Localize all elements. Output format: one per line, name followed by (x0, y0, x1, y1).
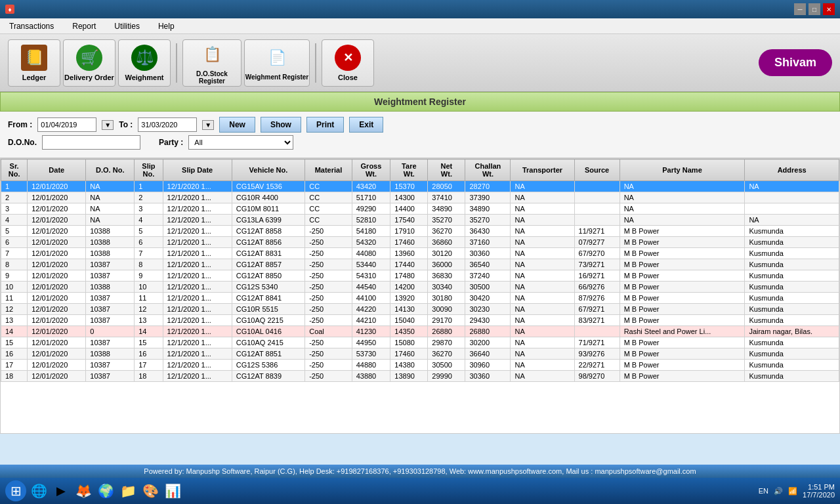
table-cell: CG12AT 8841 (232, 293, 304, 304)
party-select[interactable]: All (188, 135, 293, 150)
weighment-button[interactable]: ⚖️ Weighment (118, 39, 171, 87)
table-row[interactable]: 1012/01/2020103881012/1/2020 1...CG12S 5… (1, 282, 839, 293)
table-cell: 12/1/2020 1... (163, 270, 232, 282)
table-cell: 12/1/2020 1... (163, 282, 232, 293)
table-row[interactable]: 112/01/2020NA112/1/2020 1...CG15AV 1536C… (1, 181, 839, 192)
to-date-picker-button[interactable]: ▼ (202, 120, 214, 130)
table-cell: 10387 (86, 360, 135, 371)
data-table: Sr.No. Date D.O. No. SlipNo. Slip Date V… (1, 159, 839, 382)
table-cell: 5 (135, 226, 163, 237)
table-cell: 17460 (390, 348, 428, 360)
table-cell: CG10AQ 2215 (232, 315, 304, 326)
table-cell: NA (511, 215, 574, 226)
table-cell (574, 215, 620, 226)
table-row[interactable]: 1712/01/2020103871712/1/2020 1...CG12S 5… (1, 360, 839, 371)
table-cell: 12/01/2020 (28, 270, 86, 282)
table-cell: NA (86, 181, 135, 192)
table-cell: 37390 (465, 192, 511, 203)
table-row[interactable]: 1812/01/2020103871812/1/2020 1...CG12AT … (1, 371, 839, 382)
table-cell: 36270 (428, 348, 465, 360)
table-cell: 9 (135, 270, 163, 282)
table-row[interactable]: 1412/01/202001412/1/2020 1...CG10AL 0416… (1, 326, 839, 337)
maximize-button[interactable]: □ (808, 3, 820, 15)
table-cell: NA (620, 192, 745, 203)
close-toolbar-button[interactable]: ✕ Close (322, 39, 374, 87)
table-cell: 44100 (352, 293, 390, 304)
filter-row-1: From : ▼ To : ▼ New Show Print Exit (8, 117, 832, 133)
table-cell: 87/9276 (574, 293, 620, 304)
menu-utilities[interactable]: Utilities (110, 20, 144, 32)
table-cell: NA (620, 215, 745, 226)
new-button[interactable]: New (219, 117, 255, 133)
from-date-input[interactable] (37, 117, 96, 132)
table-cell: 13920 (390, 293, 428, 304)
table-cell: 22/9271 (574, 360, 620, 371)
table-cell: NA (86, 203, 135, 215)
table-row[interactable]: 312/01/2020NA312/1/2020 1...CG10M 8011CC… (1, 203, 839, 215)
menu-report[interactable]: Report (68, 20, 100, 32)
data-table-container: Sr.No. Date D.O. No. SlipNo. Slip Date V… (0, 158, 840, 434)
table-cell: -250 (305, 304, 352, 315)
table-cell: 30500 (428, 360, 465, 371)
table-row[interactable]: 412/01/2020NA412/1/2020 1...CG13LA 6399C… (1, 215, 839, 226)
table-cell: 12/1/2020 1... (163, 259, 232, 270)
table-cell: 12/1/2020 1... (163, 248, 232, 259)
table-cell: CG12AT 8831 (232, 248, 304, 259)
weighment-register-label: Weighment Register (245, 74, 309, 81)
exit-button[interactable]: Exit (349, 117, 383, 133)
menu-help[interactable]: Help (154, 20, 178, 32)
table-cell: -250 (305, 270, 352, 282)
table-cell: NA (511, 226, 574, 237)
col-sr: Sr.No. (1, 159, 28, 181)
table-cell: 36640 (465, 348, 511, 360)
do-stock-register-button[interactable]: 📋 D.O.Stock Register (182, 39, 242, 87)
table-cell: NA (511, 282, 574, 293)
table-cell: 18 (1, 371, 28, 382)
table-cell: 12/01/2020 (28, 215, 86, 226)
table-row[interactable]: 712/01/202010388712/1/2020 1...CG12AT 88… (1, 248, 839, 259)
table-row[interactable]: 1512/01/2020103871512/1/2020 1...CG10AQ … (1, 337, 839, 348)
table-cell: CC (305, 181, 352, 192)
table-row[interactable]: 512/01/202010388512/1/2020 1...CG12AT 88… (1, 226, 839, 237)
col-transporter: Transporter (511, 159, 574, 181)
do-no-input[interactable] (42, 135, 140, 150)
to-date-input[interactable] (138, 117, 197, 132)
from-date-picker-button[interactable]: ▼ (102, 120, 114, 130)
minimize-button[interactable]: ─ (794, 3, 806, 15)
table-cell: 36430 (465, 226, 511, 237)
table-cell: NA (86, 192, 135, 203)
table-cell: Kusmunda (745, 270, 839, 282)
ledger-icon: 📒 (21, 45, 47, 71)
table-cell: 12/01/2020 (28, 293, 86, 304)
table-cell: 10387 (86, 337, 135, 348)
table-cell: 12/01/2020 (28, 326, 86, 337)
table-cell: Kusmunda (745, 259, 839, 270)
print-button[interactable]: Print (306, 117, 344, 133)
table-row[interactable]: 812/01/202010387812/1/2020 1...CG12AT 88… (1, 259, 839, 270)
col-net: NetWt. (428, 159, 465, 181)
close-button[interactable]: ✕ (823, 3, 835, 15)
table-cell: 35270 (428, 215, 465, 226)
table-row[interactable]: 612/01/202010388612/1/2020 1...CG12AT 88… (1, 237, 839, 248)
table-row[interactable]: 1612/01/2020103881612/1/2020 1...CG12AT … (1, 348, 839, 360)
menu-transactions[interactable]: Transactions (5, 20, 58, 32)
table-row[interactable]: 912/01/202010387912/1/2020 1...CG12AT 88… (1, 270, 839, 282)
table-cell: 14130 (390, 304, 428, 315)
table-cell: 6 (135, 237, 163, 248)
table-row[interactable]: 1212/01/2020103871212/1/2020 1...CG10R 5… (1, 304, 839, 315)
show-button[interactable]: Show (261, 117, 301, 133)
table-row[interactable]: 1112/01/2020103871112/1/2020 1...CG12AT … (1, 293, 839, 304)
table-cell: 43420 (352, 181, 390, 192)
table-row[interactable]: 212/01/2020NA212/1/2020 1...CG10R 4400CC… (1, 192, 839, 203)
weighment-register-button[interactable]: 📄 Weighment Register (244, 39, 310, 87)
table-cell: 30120 (428, 248, 465, 259)
table-cell: Kusmunda (745, 304, 839, 315)
delivery-order-button[interactable]: 🛒 Delivery Order (63, 39, 116, 87)
table-cell: CG10R 4400 (232, 192, 304, 203)
table-cell: M B Power (620, 248, 745, 259)
table-cell (574, 192, 620, 203)
ledger-button[interactable]: 📒 Ledger (8, 39, 60, 87)
table-row[interactable]: 1312/01/2020103871312/1/2020 1...CG10AQ … (1, 315, 839, 326)
table-cell: CC (305, 192, 352, 203)
table-cell: 12/01/2020 (28, 203, 86, 215)
